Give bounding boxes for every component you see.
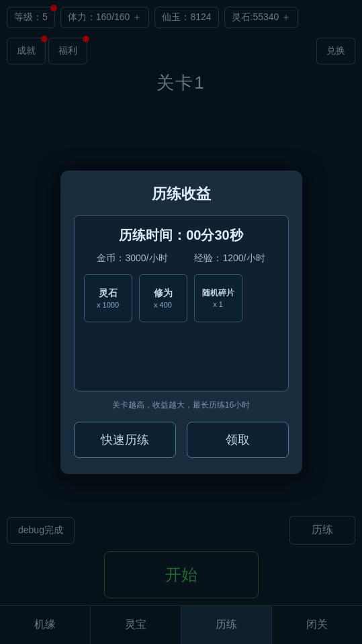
exp-rate: 经验：1200/小时 (194, 252, 265, 265)
quick-lilian-button[interactable]: 快速历练 (74, 422, 176, 458)
collect-button[interactable]: 领取 (187, 422, 289, 458)
modal-time-value: 00分30秒 (186, 228, 243, 242)
reward-name-1: 修为 (154, 287, 173, 300)
gold-rate: 金币：3000/小时 (97, 252, 167, 265)
modal-title: 历练收益 (74, 184, 289, 204)
reward-count-0: x 1000 (97, 301, 119, 309)
reward-name-2: 随机碎片 (202, 287, 234, 299)
reward-count-2: x 1 (213, 300, 223, 308)
rewards-grid: 灵石 x 1000 修为 x 400 随机碎片 x 1 (84, 274, 279, 381)
modal-time: 历练时间：00分30秒 (84, 226, 279, 244)
reward-item-2: 随机碎片 x 1 (194, 274, 242, 322)
reward-name-0: 灵石 (99, 287, 118, 300)
modal-hint: 关卡越高，收益越大，最长历练16小时 (74, 400, 289, 411)
reward-count-1: x 400 (154, 301, 172, 309)
reward-item-0: 灵石 x 1000 (84, 274, 132, 322)
modal-rates: 金币：3000/小时 经验：1200/小时 (84, 252, 279, 265)
modal-overlay: 历练收益 历练时间：00分30秒 金币：3000/小时 经验：1200/小时 灵… (0, 0, 362, 644)
modal-dialog: 历练收益 历练时间：00分30秒 金币：3000/小时 经验：1200/小时 灵… (60, 171, 302, 474)
modal-info-box: 历练时间：00分30秒 金币：3000/小时 经验：1200/小时 灵石 x 1… (74, 215, 289, 392)
modal-time-label: 历练时间： (119, 228, 186, 242)
reward-item-1: 修为 x 400 (139, 274, 187, 322)
modal-actions: 快速历练 领取 (74, 422, 289, 458)
